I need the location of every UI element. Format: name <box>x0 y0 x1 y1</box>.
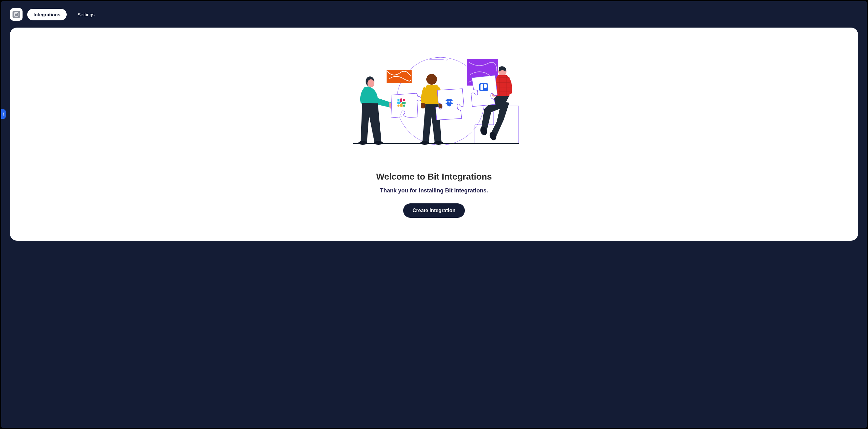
create-integration-button[interactable]: Create Integration <box>403 203 465 218</box>
content-wrap: Welcome to Bit Integrations Thank you fo… <box>1 28 867 250</box>
svg-point-12 <box>374 141 383 145</box>
svg-rect-39 <box>484 84 487 88</box>
welcome-title: Welcome to Bit Integrations <box>376 172 492 182</box>
tab-label: Settings <box>78 12 95 17</box>
svg-rect-29 <box>400 98 402 102</box>
svg-point-35 <box>397 99 399 101</box>
svg-point-5 <box>446 59 447 60</box>
svg-rect-31 <box>400 104 403 107</box>
svg-point-17 <box>434 141 443 145</box>
button-label: Create Integration <box>412 208 456 213</box>
svg-point-13 <box>426 74 437 85</box>
svg-point-33 <box>403 99 405 101</box>
svg-rect-1 <box>16 13 17 14</box>
svg-point-36 <box>403 105 405 107</box>
welcome-card: Welcome to Bit Integrations Thank you fo… <box>10 28 858 241</box>
svg-point-11 <box>359 141 367 145</box>
svg-rect-14 <box>421 103 425 108</box>
svg-rect-0 <box>14 12 18 16</box>
svg-point-10 <box>368 79 374 87</box>
tab-settings[interactable]: Settings <box>71 9 101 20</box>
tab-label: Integrations <box>33 12 60 17</box>
welcome-subtitle: Thank you for installing Bit Integration… <box>380 188 488 194</box>
top-bar: Integrations Settings <box>1 1 867 28</box>
app-shell: Integrations Settings <box>1 1 867 428</box>
svg-point-34 <box>397 105 399 107</box>
svg-rect-32 <box>402 102 406 104</box>
tab-integrations[interactable]: Integrations <box>27 9 67 20</box>
svg-point-16 <box>421 141 429 145</box>
app-logo[interactable] <box>10 8 23 21</box>
logo-icon <box>12 11 20 18</box>
svg-rect-30 <box>397 102 401 104</box>
welcome-illustration <box>350 47 519 147</box>
svg-rect-38 <box>480 84 483 90</box>
svg-rect-2 <box>16 15 17 16</box>
side-handle[interactable] <box>1 109 6 119</box>
